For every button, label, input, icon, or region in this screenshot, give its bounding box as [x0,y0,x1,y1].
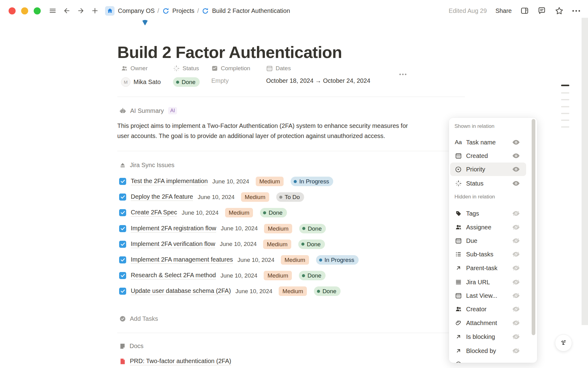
priority-badge[interactable]: Medium [263,240,291,249]
ai-assistant-face-icon[interactable] [555,334,572,351]
eye-off-icon[interactable] [512,238,520,243]
more-properties-icon[interactable] [398,72,408,77]
task-date[interactable]: June 10, 2024 [221,272,257,279]
task-date[interactable]: June 10, 2024 [221,225,258,232]
add-tasks-button[interactable]: Add Tasks [119,315,158,322]
status-badge[interactable]: Done [298,240,325,249]
favorite-star-icon[interactable] [555,6,564,15]
close-window-button[interactable] [9,7,16,14]
eye-off-icon[interactable] [512,265,520,271]
status-badge[interactable]: Done [299,224,326,233]
eye-off-icon[interactable] [512,320,520,326]
eye-off-icon[interactable] [512,293,520,298]
task-date[interactable]: June 10, 2024 [212,178,249,185]
eye-icon[interactable] [512,181,520,186]
property-completion-label[interactable]: Completion [211,65,250,72]
task-date[interactable]: June 10, 2024 [236,288,272,295]
popover-item-status[interactable]: Status [454,177,520,190]
task-link[interactable]: Research & Select 2FA method [131,272,216,279]
status-badge[interactable]: In Progress [291,177,333,186]
popover-item-parent-task[interactable]: Parent-task [454,262,520,274]
checkbox-checked[interactable] [119,241,126,248]
popover-item-task-name[interactable]: Aa Task name [454,136,520,148]
checkbox-checked[interactable] [119,178,126,185]
status-badge[interactable]: Done [260,208,287,217]
task-link[interactable]: Implement 2FA verification flow [131,240,215,248]
popover-item-clipped[interactable] [454,358,520,363]
popover-item-last-viewed[interactable]: Last View... [454,289,520,302]
status-badge[interactable]: In Progress [316,255,359,265]
share-button[interactable]: Share [496,7,512,14]
task-date[interactable]: June 10, 2024 [238,257,274,263]
eye-off-icon[interactable] [512,348,520,354]
task-link[interactable]: Implement 2FA registration flow [131,225,216,232]
priority-badge[interactable]: Medium [264,271,292,280]
new-page-icon[interactable] [91,7,99,15]
status-badge[interactable]: Done [314,286,341,296]
eye-off-icon[interactable] [512,334,520,339]
popover-item-creator[interactable]: Creator [454,303,520,315]
popover-item-blocked-by[interactable]: Blocked by [454,345,520,357]
more-options-icon[interactable] [572,10,580,12]
doc-link[interactable]: PRD: Two-factor authentication (2FA) [130,358,231,365]
comments-icon[interactable] [537,6,546,15]
popover-item-due[interactable]: Due [454,235,520,247]
property-status-value[interactable]: Done [173,77,200,87]
eye-off-icon[interactable] [512,224,520,230]
checkbox-checked[interactable] [119,272,126,279]
checkbox-checked[interactable] [119,256,126,263]
popover-item-sub-tasks[interactable]: Sub-tasks [454,248,520,260]
popover-scrollbar[interactable] [532,119,535,335]
priority-badge[interactable]: Medium [241,192,269,202]
task-date[interactable]: June 10, 2024 [220,241,257,247]
page-scrollbar-track[interactable] [582,18,588,325]
popover-item-assignee[interactable]: Assignee [454,221,520,233]
eye-off-icon[interactable] [512,211,520,216]
priority-badge[interactable]: Medium [225,208,253,217]
task-link[interactable]: Implement 2FA management features [131,256,233,264]
sidebar-menu-icon[interactable] [49,7,57,15]
popover-item-attachment[interactable]: Attachment [454,317,520,329]
eye-icon[interactable] [512,153,520,159]
eye-icon[interactable] [512,140,520,145]
priority-badge[interactable]: Medium [256,177,284,186]
breadcrumb-item-company-os[interactable]: Company OS [118,7,155,14]
zoom-window-button[interactable] [34,7,41,14]
popover-item-priority[interactable]: Priority [454,163,520,175]
property-dates-value[interactable]: October 18, 2024 → October 24, 2024 [266,77,370,84]
eye-off-icon[interactable] [512,306,520,312]
priority-badge[interactable]: Medium [281,255,309,265]
checkbox-checked[interactable] [119,194,126,201]
status-badge[interactable]: To Do [276,192,304,202]
task-link[interactable]: Test the 2FA implementation [131,178,208,185]
task-link[interactable]: Create 2FA Spec [131,209,177,217]
eye-icon[interactable] [512,167,520,172]
side-panel-icon[interactable] [520,6,529,15]
priority-badge[interactable]: Medium [279,286,307,296]
breadcrumb-item-projects[interactable]: Projects [172,7,194,14]
checkbox-checked[interactable] [119,209,126,216]
popover-item-jira-url[interactable]: Jira URL [454,276,520,288]
priority-badge[interactable]: Medium [264,224,292,233]
minimize-window-button[interactable] [21,7,28,14]
property-status-label[interactable]: Status [173,65,199,72]
checkbox-checked[interactable] [119,225,126,232]
task-link[interactable]: Deploy the 2FA feature [131,193,193,201]
property-dates-label[interactable]: Dates [266,65,291,72]
popover-item-created[interactable]: Created [454,150,520,162]
back-icon[interactable] [63,7,71,15]
home-icon[interactable] [105,6,115,16]
page-title[interactable]: Build 2 Factor Authentication [117,43,342,62]
popover-item-tags[interactable]: Tags [454,207,520,220]
property-owner-value[interactable]: M Mika Sato [121,77,161,87]
forward-icon[interactable] [77,7,85,15]
checkbox-checked[interactable] [119,288,126,295]
status-badge[interactable]: Done [299,271,326,280]
task-date[interactable]: June 10, 2024 [198,194,234,201]
popover-item-is-blocking[interactable]: Is blocking [454,331,520,343]
property-owner-label[interactable]: Owner [121,65,148,72]
eye-off-icon[interactable] [512,279,520,285]
page-emoji-icon[interactable] [141,18,149,26]
eye-off-icon[interactable] [512,251,520,257]
property-completion-value[interactable]: Empty [211,77,229,84]
